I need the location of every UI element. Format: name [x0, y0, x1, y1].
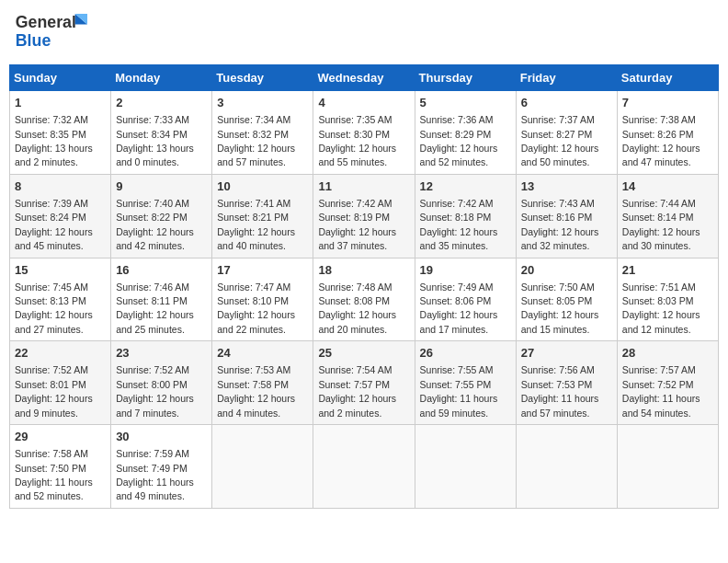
table-row: 28Sunrise: 7:57 AMSunset: 7:52 PMDayligh…: [617, 341, 718, 425]
day-info: Sunrise: 7:34 AMSunset: 8:32 PMDaylight:…: [217, 114, 295, 167]
day-info: Sunrise: 7:43 AMSunset: 8:16 PMDaylight:…: [521, 198, 599, 251]
day-number: 22: [15, 345, 106, 362]
table-row: 14Sunrise: 7:44 AMSunset: 8:14 PMDayligh…: [617, 174, 718, 258]
table-row: 8Sunrise: 7:39 AMSunset: 8:24 PMDaylight…: [10, 174, 111, 258]
col-thursday: Thursday: [415, 65, 516, 91]
day-info: Sunrise: 7:39 AMSunset: 8:24 PMDaylight:…: [15, 198, 93, 251]
col-wednesday: Wednesday: [313, 65, 415, 91]
table-row: 9Sunrise: 7:40 AMSunset: 8:22 PMDaylight…: [111, 174, 212, 258]
table-row: 1Sunrise: 7:32 AMSunset: 8:35 PMDaylight…: [10, 91, 111, 175]
day-info: Sunrise: 7:42 AMSunset: 8:19 PMDaylight:…: [318, 198, 396, 251]
page-header: General Blue: [9, 9, 719, 55]
table-row: [617, 425, 718, 509]
table-row: 11Sunrise: 7:42 AMSunset: 8:19 PMDayligh…: [313, 174, 415, 258]
day-number: 30: [116, 429, 207, 445]
day-number: 12: [420, 178, 511, 195]
day-number: 6: [521, 95, 612, 111]
day-number: 13: [521, 178, 612, 195]
col-tuesday: Tuesday: [212, 65, 313, 91]
day-info: Sunrise: 7:48 AMSunset: 8:08 PMDaylight:…: [318, 282, 396, 335]
day-number: 23: [116, 345, 207, 362]
table-row: [415, 425, 516, 509]
day-number: 3: [217, 95, 308, 111]
day-number: 15: [15, 262, 106, 279]
day-info: Sunrise: 7:35 AMSunset: 8:30 PMDaylight:…: [318, 114, 396, 167]
table-row: 4Sunrise: 7:35 AMSunset: 8:30 PMDaylight…: [313, 91, 415, 175]
table-row: [212, 425, 313, 509]
table-row: 25Sunrise: 7:54 AMSunset: 7:57 PMDayligh…: [313, 341, 415, 425]
day-number: 24: [217, 345, 308, 362]
day-number: 27: [521, 345, 612, 362]
day-info: Sunrise: 7:46 AMSunset: 8:11 PMDaylight:…: [116, 282, 194, 335]
day-number: 9: [116, 178, 207, 195]
day-info: Sunrise: 7:49 AMSunset: 8:06 PMDaylight:…: [420, 282, 498, 335]
day-info: Sunrise: 7:45 AMSunset: 8:13 PMDaylight:…: [15, 282, 93, 335]
day-number: 8: [15, 178, 106, 195]
table-row: 20Sunrise: 7:50 AMSunset: 8:05 PMDayligh…: [516, 258, 617, 341]
day-info: Sunrise: 7:52 AMSunset: 8:00 PMDaylight:…: [116, 364, 194, 418]
table-row: 26Sunrise: 7:55 AMSunset: 7:55 PMDayligh…: [415, 341, 516, 425]
day-number: 19: [420, 262, 511, 279]
logo-svg: General Blue: [14, 9, 87, 55]
table-row: 3Sunrise: 7:34 AMSunset: 8:32 PMDaylight…: [212, 91, 313, 175]
day-number: 10: [217, 178, 308, 195]
table-row: [313, 425, 415, 509]
day-info: Sunrise: 7:54 AMSunset: 7:57 PMDaylight:…: [318, 364, 396, 418]
svg-text:Blue: Blue: [16, 31, 51, 50]
day-info: Sunrise: 7:52 AMSunset: 8:01 PMDaylight:…: [15, 364, 93, 418]
day-info: Sunrise: 7:50 AMSunset: 8:05 PMDaylight:…: [521, 282, 599, 335]
day-info: Sunrise: 7:55 AMSunset: 7:55 PMDaylight:…: [420, 364, 498, 418]
day-info: Sunrise: 7:51 AMSunset: 8:03 PMDaylight:…: [622, 282, 700, 335]
table-row: 22Sunrise: 7:52 AMSunset: 8:01 PMDayligh…: [10, 341, 111, 425]
day-number: 29: [15, 429, 106, 445]
day-info: Sunrise: 7:53 AMSunset: 7:58 PMDaylight:…: [217, 364, 295, 418]
table-row: 16Sunrise: 7:46 AMSunset: 8:11 PMDayligh…: [111, 258, 212, 341]
table-row: 10Sunrise: 7:41 AMSunset: 8:21 PMDayligh…: [212, 174, 313, 258]
table-row: 21Sunrise: 7:51 AMSunset: 8:03 PMDayligh…: [617, 258, 718, 341]
table-row: 13Sunrise: 7:43 AMSunset: 8:16 PMDayligh…: [516, 174, 617, 258]
calendar-week-2: 8Sunrise: 7:39 AMSunset: 8:24 PMDaylight…: [10, 174, 719, 258]
day-info: Sunrise: 7:41 AMSunset: 8:21 PMDaylight:…: [217, 198, 295, 251]
day-number: 25: [318, 345, 409, 362]
day-info: Sunrise: 7:38 AMSunset: 8:26 PMDaylight:…: [622, 114, 700, 167]
calendar-week-1: 1Sunrise: 7:32 AMSunset: 8:35 PMDaylight…: [10, 91, 719, 175]
day-info: Sunrise: 7:42 AMSunset: 8:18 PMDaylight:…: [420, 198, 498, 251]
day-info: Sunrise: 7:59 AMSunset: 7:49 PMDaylight:…: [116, 448, 194, 501]
day-info: Sunrise: 7:47 AMSunset: 8:10 PMDaylight:…: [217, 282, 295, 335]
table-row: 24Sunrise: 7:53 AMSunset: 7:58 PMDayligh…: [212, 341, 313, 425]
day-info: Sunrise: 7:56 AMSunset: 7:53 PMDaylight:…: [521, 364, 599, 418]
day-number: 20: [521, 262, 612, 279]
calendar-week-5: 29Sunrise: 7:58 AMSunset: 7:50 PMDayligh…: [10, 425, 719, 509]
day-info: Sunrise: 7:57 AMSunset: 7:52 PMDaylight:…: [622, 364, 700, 418]
day-number: 21: [622, 262, 713, 279]
table-row: 6Sunrise: 7:37 AMSunset: 8:27 PMDaylight…: [516, 91, 617, 175]
table-row: 7Sunrise: 7:38 AMSunset: 8:26 PMDaylight…: [617, 91, 718, 175]
table-row: 5Sunrise: 7:36 AMSunset: 8:29 PMDaylight…: [415, 91, 516, 175]
table-row: 17Sunrise: 7:47 AMSunset: 8:10 PMDayligh…: [212, 258, 313, 341]
logo: General Blue: [14, 9, 87, 55]
day-info: Sunrise: 7:32 AMSunset: 8:35 PMDaylight:…: [15, 114, 93, 167]
day-number: 17: [217, 262, 308, 279]
table-row: 15Sunrise: 7:45 AMSunset: 8:13 PMDayligh…: [10, 258, 111, 341]
table-row: 29Sunrise: 7:58 AMSunset: 7:50 PMDayligh…: [10, 425, 111, 509]
day-number: 1: [15, 95, 106, 111]
day-info: Sunrise: 7:37 AMSunset: 8:27 PMDaylight:…: [521, 114, 599, 167]
table-row: 23Sunrise: 7:52 AMSunset: 8:00 PMDayligh…: [111, 341, 212, 425]
day-info: Sunrise: 7:33 AMSunset: 8:34 PMDaylight:…: [116, 114, 194, 167]
day-number: 4: [318, 95, 409, 111]
table-row: 19Sunrise: 7:49 AMSunset: 8:06 PMDayligh…: [415, 258, 516, 341]
day-info: Sunrise: 7:36 AMSunset: 8:29 PMDaylight:…: [420, 114, 498, 167]
calendar-week-3: 15Sunrise: 7:45 AMSunset: 8:13 PMDayligh…: [10, 258, 719, 341]
col-monday: Monday: [111, 65, 212, 91]
day-info: Sunrise: 7:40 AMSunset: 8:22 PMDaylight:…: [116, 198, 194, 251]
svg-text:General: General: [16, 13, 76, 31]
table-row: 12Sunrise: 7:42 AMSunset: 8:18 PMDayligh…: [415, 174, 516, 258]
day-number: 11: [318, 178, 409, 195]
calendar-week-4: 22Sunrise: 7:52 AMSunset: 8:01 PMDayligh…: [10, 341, 719, 425]
table-row: 2Sunrise: 7:33 AMSunset: 8:34 PMDaylight…: [111, 91, 212, 175]
day-number: 16: [116, 262, 207, 279]
day-number: 2: [116, 95, 207, 111]
col-sunday: Sunday: [10, 65, 111, 91]
day-number: 18: [318, 262, 409, 279]
day-info: Sunrise: 7:44 AMSunset: 8:14 PMDaylight:…: [622, 198, 700, 251]
